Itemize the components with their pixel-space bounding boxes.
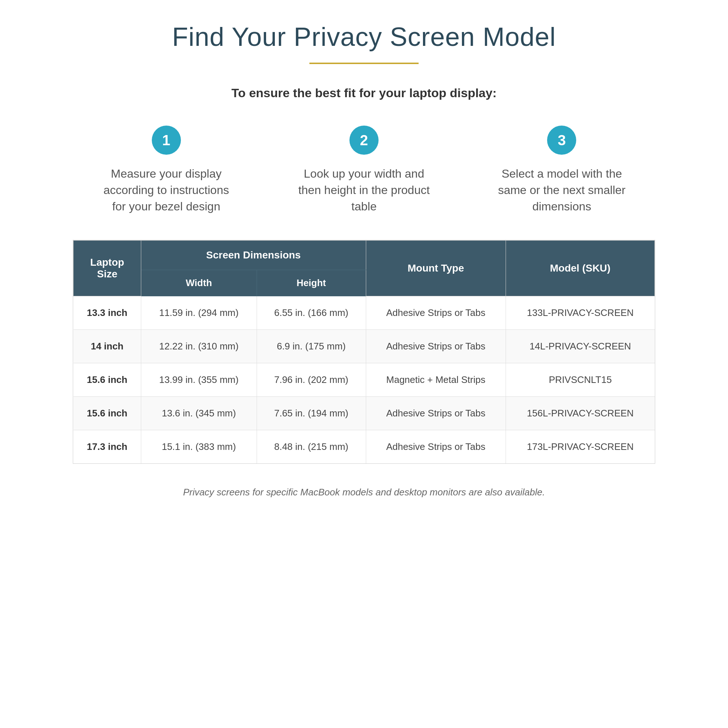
- cell-height: 7.65 in. (194 mm): [257, 397, 366, 430]
- step-2-text: Look up your width and then height in th…: [295, 166, 433, 214]
- cell-height: 7.96 in. (202 mm): [257, 363, 366, 397]
- step-3: 3 Select a model with the same or the ne…: [468, 125, 655, 214]
- table-row: 15.6 inch13.99 in. (355 mm)7.96 in. (202…: [73, 363, 655, 397]
- cell-mount: Adhesive Strips or Tabs: [366, 397, 506, 430]
- step-2: 2 Look up your width and then height in …: [271, 125, 457, 214]
- cell-model: 173L-PRIVACY-SCREEN: [506, 430, 655, 464]
- col-laptop-size: LaptopSize: [73, 241, 141, 296]
- cell-width: 13.6 in. (345 mm): [141, 397, 257, 430]
- cell-width: 15.1 in. (383 mm): [141, 430, 257, 464]
- step-3-text: Select a model with the same or the next…: [492, 166, 631, 214]
- table-row: 14 inch12.22 in. (310 mm)6.9 in. (175 mm…: [73, 330, 655, 363]
- page-title: Find Your Privacy Screen Model: [172, 22, 556, 52]
- step-1-text: Measure your display according to instru…: [97, 166, 236, 214]
- cell-laptop-size: 13.3 inch: [73, 296, 141, 330]
- step-3-circle: 3: [547, 125, 576, 155]
- table-row: 17.3 inch15.1 in. (383 mm)8.48 in. (215 …: [73, 430, 655, 464]
- cell-laptop-size: 15.6 inch: [73, 363, 141, 397]
- step-2-circle: 2: [349, 125, 379, 155]
- cell-width: 12.22 in. (310 mm): [141, 330, 257, 363]
- table-header-top: LaptopSize Screen Dimensions Mount Type …: [73, 241, 655, 270]
- table-row: 13.3 inch11.59 in. (294 mm)6.55 in. (166…: [73, 296, 655, 330]
- cell-height: 6.55 in. (166 mm): [257, 296, 366, 330]
- step-1-circle: 1: [152, 125, 181, 155]
- cell-mount: Magnetic + Metal Strips: [366, 363, 506, 397]
- cell-mount: Adhesive Strips or Tabs: [366, 330, 506, 363]
- cell-height: 6.9 in. (175 mm): [257, 330, 366, 363]
- page-subtitle: To ensure the best fit for your laptop d…: [231, 86, 497, 100]
- cell-laptop-size: 17.3 inch: [73, 430, 141, 464]
- cell-model: 133L-PRIVACY-SCREEN: [506, 296, 655, 330]
- page-container: Find Your Privacy Screen Model To ensure…: [73, 22, 655, 499]
- cell-laptop-size: 15.6 inch: [73, 397, 141, 430]
- cell-mount: Adhesive Strips or Tabs: [366, 296, 506, 330]
- col-height: Height: [257, 270, 366, 296]
- table-body: 13.3 inch11.59 in. (294 mm)6.55 in. (166…: [73, 296, 655, 464]
- cell-model: PRIVSCNLT15: [506, 363, 655, 397]
- cell-width: 13.99 in. (355 mm): [141, 363, 257, 397]
- step-1: 1 Measure your display according to inst…: [73, 125, 260, 214]
- footnote: Privacy screens for specific MacBook mod…: [183, 486, 545, 499]
- product-table: LaptopSize Screen Dimensions Mount Type …: [73, 240, 655, 463]
- title-divider: [309, 63, 419, 64]
- cell-laptop-size: 14 inch: [73, 330, 141, 363]
- cell-model: 156L-PRIVACY-SCREEN: [506, 397, 655, 430]
- cell-mount: Adhesive Strips or Tabs: [366, 430, 506, 464]
- col-width: Width: [141, 270, 257, 296]
- table-row: 15.6 inch13.6 in. (345 mm)7.65 in. (194 …: [73, 397, 655, 430]
- col-model-sku: Model (SKU): [506, 241, 655, 296]
- col-screen-dimensions: Screen Dimensions: [141, 241, 366, 270]
- col-mount-type: Mount Type: [366, 241, 506, 296]
- cell-height: 8.48 in. (215 mm): [257, 430, 366, 464]
- cell-width: 11.59 in. (294 mm): [141, 296, 257, 330]
- steps-container: 1 Measure your display according to inst…: [73, 125, 655, 214]
- cell-model: 14L-PRIVACY-SCREEN: [506, 330, 655, 363]
- product-table-wrapper: LaptopSize Screen Dimensions Mount Type …: [73, 240, 655, 464]
